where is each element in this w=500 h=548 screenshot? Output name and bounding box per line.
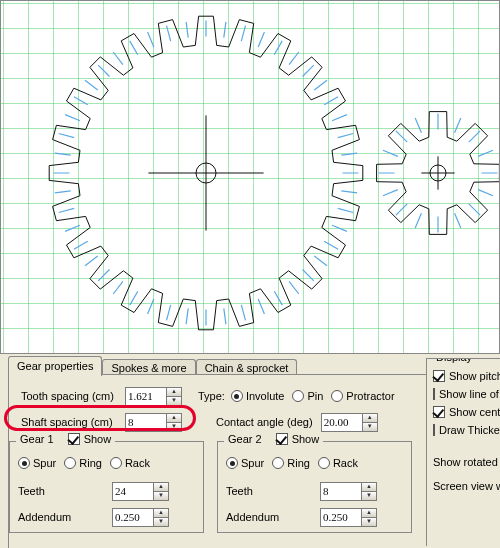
display-item: Show center [433, 403, 500, 421]
spin-down-icon[interactable]: ▼ [361, 518, 376, 526]
display-viewwidth-label: Screen view width [433, 477, 500, 495]
display-item-label: Show center [449, 406, 500, 418]
spin-up-icon[interactable]: ▲ [153, 483, 168, 492]
gear1-ring[interactable]: Ring [64, 457, 102, 469]
spin-down-icon[interactable]: ▼ [361, 492, 376, 500]
display-item: Show pitch d [433, 367, 500, 385]
type-label: Type: [198, 390, 225, 402]
gear2-addendum-field[interactable] [321, 509, 361, 526]
gear1-show-checkbox[interactable] [68, 433, 80, 445]
spin-up-icon[interactable]: ▲ [166, 388, 181, 397]
display-checkbox[interactable] [433, 406, 445, 418]
gear1-group: Gear 1 Show Spur Ring Rack Teeth ▲▼ Adde [9, 441, 204, 533]
tab-strip: Gear properties Spokes & more Chain & sp… [8, 356, 297, 375]
gear1-spur[interactable]: Spur [18, 457, 56, 469]
display-checkbox[interactable] [433, 388, 435, 400]
shaft-spacing-field[interactable] [126, 414, 166, 431]
gear2-drawing [1, 1, 500, 354]
spin-up-icon[interactable]: ▲ [362, 414, 377, 423]
spin-up-icon[interactable]: ▲ [166, 414, 181, 423]
spin-down-icon[interactable]: ▼ [166, 397, 181, 405]
gear2-rack[interactable]: Rack [318, 457, 358, 469]
gear2-title: Gear 2 [228, 433, 262, 445]
spin-up-icon[interactable]: ▲ [361, 509, 376, 518]
display-item-label: Show line of c [439, 388, 500, 400]
gear1-addendum-field[interactable] [113, 509, 153, 526]
display-item: Show line of c [433, 385, 500, 403]
gear-canvas [0, 0, 500, 354]
gear2-teeth-input[interactable]: ▲▼ [320, 482, 377, 501]
gear1-teeth-input[interactable]: ▲▼ [112, 482, 169, 501]
gear1-teeth-label: Teeth [18, 485, 112, 497]
tab-gear-properties[interactable]: Gear properties [8, 356, 102, 376]
display-checkbox[interactable] [433, 370, 445, 382]
contact-angle-label: Contact angle (deg) [216, 416, 313, 428]
display-item: Draw Thicker [433, 421, 500, 439]
display-item-label: Draw Thicker [439, 424, 500, 436]
spin-down-icon[interactable]: ▼ [153, 518, 168, 526]
spin-down-icon[interactable]: ▼ [362, 423, 377, 431]
type-involute[interactable]: Involute [231, 390, 285, 402]
spin-down-icon[interactable]: ▼ [153, 492, 168, 500]
form-area: Gear properties Spokes & more Chain & sp… [0, 354, 500, 548]
tooth-spacing-label: Tooth spacing (cm) [21, 390, 125, 402]
display-rotated-label: Show rotated (% o [433, 453, 500, 471]
gear2-addendum-input[interactable]: ▲▼ [320, 508, 377, 527]
gear1-teeth-field[interactable] [113, 483, 153, 500]
gear2-teeth-field[interactable] [321, 483, 361, 500]
type-pin[interactable]: Pin [292, 390, 323, 402]
display-panel: Display Show pitch dShow line of cShow c… [426, 358, 500, 546]
gear2-show-checkbox[interactable] [276, 433, 288, 445]
display-checkbox[interactable] [433, 424, 435, 436]
gear1-show-label: Show [84, 433, 112, 445]
display-item-label: Show pitch d [449, 370, 500, 382]
gear1-addendum-label: Addendum [18, 511, 112, 523]
spin-up-icon[interactable]: ▲ [153, 509, 168, 518]
gear2-group: Gear 2 Show Spur Ring Rack Teeth ▲▼ Adde [217, 441, 412, 533]
tooth-spacing-field[interactable] [126, 388, 166, 405]
contact-angle-field[interactable] [322, 414, 362, 431]
gear1-addendum-input[interactable]: ▲▼ [112, 508, 169, 527]
gear2-spur[interactable]: Spur [226, 457, 264, 469]
display-title: Display [433, 358, 475, 363]
contact-angle-input[interactable]: ▲▼ [321, 413, 378, 432]
type-radio-set: Involute Pin Protractor [231, 390, 403, 402]
gear2-ring[interactable]: Ring [272, 457, 310, 469]
spin-up-icon[interactable]: ▲ [361, 483, 376, 492]
gear1-rack[interactable]: Rack [110, 457, 150, 469]
shaft-spacing-label: Shaft spacing (cm) [21, 416, 125, 428]
spin-down-icon[interactable]: ▼ [166, 423, 181, 431]
type-protractor[interactable]: Protractor [331, 390, 394, 402]
gear2-show-label: Show [292, 433, 320, 445]
shaft-spacing-input[interactable]: ▲▼ [125, 413, 182, 432]
gear1-title: Gear 1 [20, 433, 54, 445]
tooth-spacing-input[interactable]: ▲▼ [125, 387, 182, 406]
gear2-addendum-label: Addendum [226, 511, 320, 523]
gear2-teeth-label: Teeth [226, 485, 320, 497]
